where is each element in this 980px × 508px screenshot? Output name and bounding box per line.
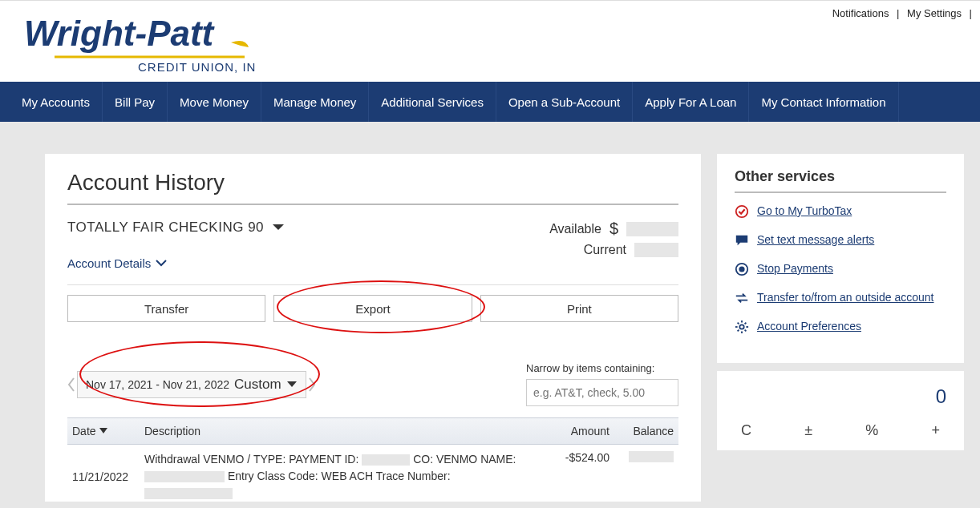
nav-move-money[interactable]: Move Money [168, 82, 261, 122]
svg-line-12 [745, 330, 747, 332]
custom-label: Custom [234, 377, 281, 393]
account-details-label: Account Details [67, 256, 151, 270]
account-history-panel: Account History TOTALLY FAIR CHECKING 90… [45, 154, 701, 502]
nav-my-accounts[interactable]: My Accounts [10, 82, 103, 122]
cog-icon [735, 320, 749, 334]
other-services-title: Other services [735, 168, 946, 185]
logo[interactable]: Wright-Patt CREDIT UNION, INC. [24, 7, 257, 79]
check-circle-icon [735, 204, 749, 219]
svg-text:CREDIT UNION, INC.: CREDIT UNION, INC. [138, 60, 257, 74]
calc-clear-button[interactable]: C [735, 419, 758, 442]
txn-balance [609, 451, 674, 502]
svg-line-13 [738, 330, 739, 332]
svg-line-14 [745, 323, 747, 325]
chevron-down-icon [156, 260, 167, 268]
main-nav: My Accounts Bill Pay Move Money Manage M… [0, 82, 980, 122]
transactions-header: Date Description Amount Balance [67, 417, 678, 445]
date-range-text: Nov 17, 2021 - Nov 21, 2022 [86, 378, 229, 391]
turbotax-link[interactable]: Go to My TurboTax [757, 204, 852, 217]
col-amount-header[interactable]: Amount [534, 418, 614, 444]
narrow-input[interactable] [526, 379, 678, 406]
triangle-down-icon [286, 381, 298, 389]
account-selector[interactable]: TOTALLY FAIR CHECKING 90 [67, 220, 285, 236]
service-account-prefs: Account Preferences [735, 320, 946, 334]
text-alerts-link[interactable]: Set text message alerts [757, 233, 874, 246]
nav-contact-info[interactable]: My Contact Information [749, 82, 898, 122]
nav-open-sub-account[interactable]: Open a Sub-Account [496, 82, 633, 122]
comment-icon [735, 233, 749, 248]
current-label: Current [584, 243, 626, 257]
txn-date: 11/21/2022 [72, 451, 144, 502]
col-date-header[interactable]: Date [67, 418, 140, 444]
txn-description: Withdrawal VENMO / TYPE: PAYMENT ID: CO:… [144, 451, 529, 502]
account-details-toggle[interactable]: Account Details [67, 256, 285, 270]
service-turbotax: Go to My TurboTax [735, 204, 946, 219]
triangle-down-icon [99, 428, 107, 434]
divider [67, 204, 678, 205]
svg-text:Wright-Patt: Wright-Patt [24, 14, 216, 53]
account-name-label: TOTALLY FAIR CHECKING 90 [67, 220, 264, 236]
current-balance-value [634, 243, 678, 257]
calc-display: 0 [735, 379, 946, 419]
table-row: 11/21/2022 Withdrawal VENMO / TYPE: PAYM… [67, 445, 678, 502]
txn-amount: -$524.00 [529, 451, 609, 502]
available-balance-value [626, 222, 678, 236]
svg-point-6 [739, 325, 743, 329]
divider [735, 192, 946, 193]
calc-negate-button[interactable]: ± [798, 419, 819, 442]
notifications-link[interactable]: Notifications [832, 7, 889, 19]
calc-percent-button[interactable]: % [859, 419, 885, 442]
svg-line-11 [738, 323, 739, 325]
nav-additional-services[interactable]: Additional Services [369, 82, 496, 122]
divider [67, 284, 678, 285]
my-settings-link[interactable]: My Settings [907, 7, 962, 19]
calculator-widget: 0 C ± % + [717, 371, 964, 450]
page-title: Account History [67, 170, 678, 196]
account-prefs-link[interactable]: Account Preferences [757, 320, 861, 333]
available-label: Available [549, 222, 601, 236]
service-text-alerts: Set text message alerts [735, 233, 946, 248]
topbar: Notifications | My Settings | Wright-Pat… [0, 0, 980, 82]
outside-transfer-link[interactable]: Transfer to/from an outside account [757, 291, 933, 304]
col-desc-header[interactable]: Description [140, 418, 534, 444]
chevron-left-icon[interactable] [67, 377, 75, 392]
other-services-card: Other services Go to My TurboTax Set tex… [717, 154, 964, 363]
service-outside-transfer: Transfer to/from an outside account [735, 291, 946, 305]
narrow-label: Narrow by items containing: [526, 362, 678, 374]
date-range-selector[interactable]: Nov 17, 2021 - Nov 21, 2022 Custom [77, 371, 306, 398]
exchange-icon [735, 291, 749, 305]
svg-point-5 [739, 266, 744, 272]
nav-manage-money[interactable]: Manage Money [261, 82, 369, 122]
filter-row: Nov 17, 2021 - Nov 21, 2022 Custom Narro… [67, 362, 678, 406]
nav-apply-loan[interactable]: Apply For A Loan [633, 82, 749, 122]
service-stop-payments: Stop Payments [735, 262, 946, 276]
nav-bill-pay[interactable]: Bill Pay [103, 82, 168, 122]
print-button[interactable]: Print [480, 295, 678, 322]
chevron-down-icon [272, 223, 285, 232]
record-icon [735, 262, 749, 276]
calc-plus-button[interactable]: + [925, 419, 946, 442]
currency-symbol: $ [609, 220, 618, 238]
export-button[interactable]: Export [273, 295, 472, 322]
toplinks: Notifications | My Settings | [828, 7, 972, 19]
col-balance-header[interactable]: Balance [614, 418, 678, 444]
stop-payments-link[interactable]: Stop Payments [757, 262, 833, 275]
action-buttons: Transfer Export Print [67, 295, 678, 322]
transfer-button[interactable]: Transfer [67, 295, 265, 322]
chevron-right-icon[interactable] [308, 377, 316, 392]
